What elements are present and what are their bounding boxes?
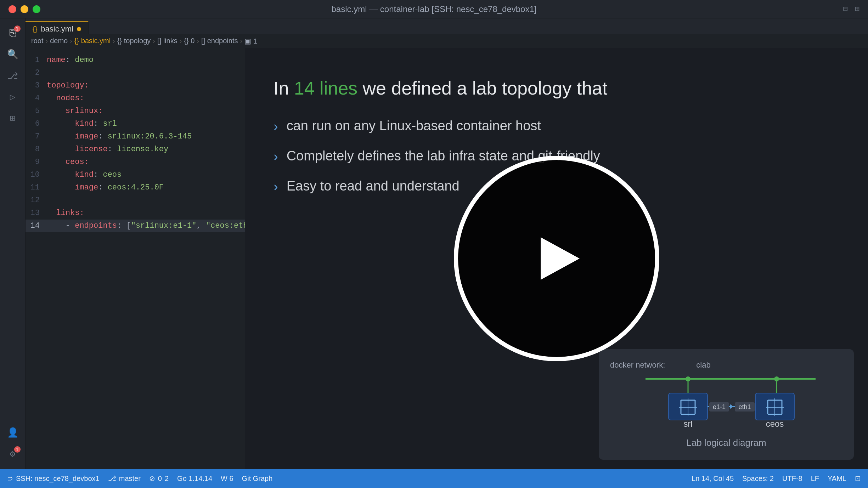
settings-icon[interactable]: ⚙ 1 [4,445,22,463]
promo-item-1: › can run on any Linux-based container h… [274,118,840,134]
svg-marker-23 [730,404,733,409]
git-graph-label: Git Graph [242,475,273,483]
minimize-button[interactable] [21,5,28,13]
line-2: 2 [26,67,245,79]
topology-svg: e1-1 eth1 srl ceos [610,372,842,429]
bc-basicyml[interactable]: {} basic.yml [74,37,111,45]
w-label: W 6 [221,475,233,483]
branch-status[interactable]: ⎇ master [108,474,141,483]
ssh-status[interactable]: ⊃ SSH: nesc_ce78_devbox1 [7,474,100,483]
activity-bar: ⎘ 1 🔍 ⎇ ▷ ⊞ 👤 ⚙ 1 [0,18,26,469]
feedback-icon[interactable]: ⊡ [855,474,861,483]
panel-icon[interactable]: ⊟ [843,4,848,14]
line-12: 12 [26,194,245,207]
promo-highlight: 14 lines [294,78,357,98]
promo-item-3-text: Easy to read and understand [287,178,460,194]
errors-label: 0 [158,475,162,483]
line-1: 1 name: demo [26,54,245,67]
status-right: Ln 14, Col 45 Spaces: 2 UTF-8 LF YAML ⊡ [692,474,861,483]
settings-badge: 1 [14,446,21,453]
lang-status[interactable]: YAML [828,474,846,483]
breadcrumb: root › demo › {} basic.yml › {} topology… [26,34,868,48]
window-controls [9,5,40,13]
svg-text:eth1: eth1 [738,403,751,410]
line-7: 7 image: srlinux:20.6.3-145 [26,130,245,143]
encoding-label: UTF-8 [782,475,802,483]
bc-root[interactable]: root [31,37,43,45]
ssh-label: SSH: nesc_ce78_devbox1 [16,475,100,483]
account-icon[interactable]: 👤 [4,424,22,442]
ln-col-status[interactable]: Ln 14, Col 45 [692,474,734,483]
ln-col-label: Ln 14, Col 45 [692,475,734,483]
spaces-label: Spaces: 2 [742,475,774,483]
debug-icon[interactable]: ▷ [4,88,22,106]
svg-point-4 [774,376,779,381]
bc-links[interactable]: [] links [157,37,177,45]
bc-endpoints[interactable]: [] endpoints [201,37,238,45]
lang-label: YAML [828,475,846,483]
line-9: 9 ceos: [26,156,245,169]
line-ending-status[interactable]: LF [811,474,819,483]
line-4: 4 nodes: [26,92,245,105]
diagram-title: Lab logical diagram [610,437,842,448]
line-5: 5 srlinux: [26,105,245,118]
title-bar: basic.yml — container-lab [SSH: nesc_ce7… [0,0,868,18]
warnings-label: 2 [165,475,169,483]
branch-label: master [119,475,141,483]
search-icon[interactable]: 🔍 [4,45,22,64]
line-13: 13 links: [26,207,245,220]
line-8: 8 license: license.key [26,143,245,156]
error-icon: ⊘ [149,474,155,483]
arrow-icon-2: › [274,149,278,164]
svg-text:srl: srl [683,419,692,429]
diagram-panel: docker network: clab [599,349,854,460]
close-button[interactable] [9,5,16,13]
branch-icon: ⎇ [108,474,116,483]
line-ending-label: LF [811,475,819,483]
promo-item-1-text: can run on any Linux-based container hos… [287,118,541,134]
badge-count: 1 [14,25,21,32]
svg-text:ceos: ceos [766,419,784,429]
line-10: 10 kind: ceos [26,169,245,181]
yaml-icon: {} [33,25,37,33]
extensions-icon[interactable]: ⊞ [4,109,22,127]
line-14: 14 - endpoints: ["srlinux:e1-1", "ceos:e… [26,220,245,232]
docker-sublabel: clab [696,361,710,370]
errors-status[interactable]: ⊘ 0 2 [149,474,169,483]
bc-0[interactable]: {} 0 [184,37,195,45]
tab-label: basic.yml [41,24,73,34]
go-label: Go 1.14.14 [177,475,212,483]
line-6: 6 kind: srl [26,118,245,130]
bc-demo[interactable]: demo [50,37,68,45]
explorer-icon[interactable]: ⎘ 1 [4,24,22,42]
line-11: 11 image: ceos:4.25.0F [26,181,245,194]
ssh-icon: ⊃ [7,474,13,483]
bc-1[interactable]: ▣ 1 [244,37,257,45]
promo-title-suffix: we defined a lab topology that [357,78,607,98]
docker-network-label: docker network: [610,361,665,370]
play-icon [541,237,580,280]
editor-area[interactable]: 1 name: demo 2 3 topology: 4 nodes: 5 sr… [26,48,245,469]
activity-bottom: 👤 ⚙ 1 [4,424,22,463]
maximize-button[interactable] [33,5,40,13]
w-status[interactable]: W 6 [221,475,233,483]
git-icon[interactable]: ⎇ [4,67,22,85]
git-graph-status[interactable]: Git Graph [242,475,273,483]
bc-topology[interactable]: {} topology [117,37,151,45]
spaces-status[interactable]: Spaces: 2 [742,474,774,483]
modified-indicator [77,27,81,31]
layout-icon[interactable]: ⊞ [855,4,859,14]
promo-title: In 14 lines we defined a lab topology th… [274,76,840,101]
encoding-status[interactable]: UTF-8 [782,474,802,483]
title-bar-icons: ⊟ ⊞ [843,4,860,14]
svg-point-3 [686,376,691,381]
svg-text:e1-1: e1-1 [713,403,726,410]
line-3: 3 topology: [26,79,245,92]
arrow-icon-3: › [274,179,278,194]
arrow-icon-1: › [274,119,278,134]
status-bar: ⊃ SSH: nesc_ce78_devbox1 ⎇ master ⊘ 0 2 … [0,469,868,488]
window-title: basic.yml — container-lab [SSH: nesc_ce7… [332,4,537,14]
go-status[interactable]: Go 1.14.14 [177,475,212,483]
video-play-button[interactable] [454,156,659,361]
promo-title-prefix: In [274,78,294,98]
